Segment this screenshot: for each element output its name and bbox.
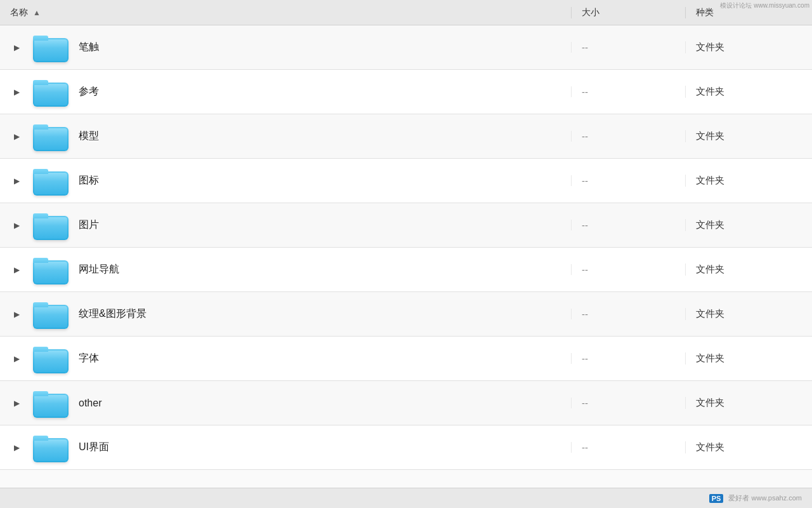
file-row-name: ▶ other — [0, 389, 571, 418]
file-row-name: ▶ 纹理&图形背景 — [0, 300, 571, 329]
header-name-col[interactable]: 名称 ▲ — [0, 7, 571, 18]
file-kind: 文件夹 — [685, 175, 812, 187]
file-size: -- — [571, 353, 685, 364]
file-size: -- — [571, 175, 685, 186]
folder-icon — [33, 77, 69, 107]
folder-icon — [33, 433, 69, 462]
file-kind: 文件夹 — [685, 130, 812, 142]
expand-arrow-icon[interactable]: ▶ — [10, 441, 23, 454]
table-row[interactable]: ▶ other -- 文件夹 — [0, 381, 812, 425]
file-kind: 文件夹 — [685, 219, 812, 231]
file-name: 模型 — [79, 130, 99, 143]
file-size: -- — [571, 398, 685, 408]
file-name: 图片 — [79, 218, 99, 232]
file-row-name: ▶ 图片 — [0, 211, 571, 240]
file-name: 图标 — [79, 174, 99, 187]
ps-site: 爱好者 www.psahz.com — [728, 493, 802, 503]
table-row[interactable]: ▶ 图标 -- 文件夹 — [0, 159, 812, 203]
header-name-label: 名称 — [10, 7, 28, 18]
expand-arrow-icon[interactable]: ▶ — [10, 397, 23, 410]
file-name: 参考 — [79, 85, 99, 98]
expand-arrow-icon[interactable]: ▶ — [10, 41, 23, 54]
header-row: 名称 ▲ 大小 种类 模设计论坛 www.missyuan.com — [0, 0, 812, 25]
file-size: -- — [571, 309, 685, 319]
file-size: -- — [571, 264, 685, 275]
folder-icon — [33, 255, 69, 284]
folder-icon — [33, 389, 69, 418]
folder-icon — [33, 344, 69, 373]
expand-arrow-icon[interactable]: ▶ — [10, 86, 23, 98]
file-kind: 文件夹 — [685, 41, 812, 53]
file-name: UI界面 — [79, 441, 109, 454]
file-size: -- — [571, 131, 685, 142]
expand-arrow-icon[interactable]: ▶ — [10, 175, 23, 187]
file-size: -- — [571, 86, 685, 97]
sort-icon: ▲ — [33, 8, 41, 17]
table-row[interactable]: ▶ 参考 -- 文件夹 — [0, 70, 812, 114]
folder-icon — [33, 166, 69, 196]
table-row[interactable]: ▶ 网址导航 -- 文件夹 — [0, 248, 812, 292]
header-kind-col[interactable]: 种类 — [685, 7, 812, 18]
file-row-name: ▶ UI界面 — [0, 433, 571, 462]
file-kind: 文件夹 — [685, 397, 812, 409]
ps-logo: PS — [709, 494, 724, 503]
folder-icon — [33, 211, 69, 240]
file-name: 字体 — [79, 352, 99, 365]
header-size-label: 大小 — [582, 7, 599, 17]
folder-icon — [33, 33, 69, 62]
folder-icon — [33, 300, 69, 329]
expand-arrow-icon[interactable]: ▶ — [10, 352, 23, 365]
table-row[interactable]: ▶ 笔触 -- 文件夹 — [0, 25, 812, 70]
file-row-name: ▶ 笔触 — [0, 33, 571, 62]
file-row-name: ▶ 参考 — [0, 77, 571, 107]
expand-arrow-icon[interactable]: ▶ — [10, 308, 23, 321]
file-row-name: ▶ 字体 — [0, 344, 571, 373]
file-row-name: ▶ 网址导航 — [0, 255, 571, 284]
file-name: 网址导航 — [79, 263, 119, 276]
bottom-logo: PS 爱好者 www.psahz.com — [709, 493, 802, 503]
file-size: -- — [571, 220, 685, 231]
table-row[interactable]: ▶ 字体 -- 文件夹 — [0, 337, 812, 381]
table-row[interactable]: ▶ 纹理&图形背景 -- 文件夹 — [0, 292, 812, 337]
file-kind: 文件夹 — [685, 308, 812, 320]
file-kind: 文件夹 — [685, 441, 812, 453]
folder-icon — [33, 122, 69, 151]
expand-arrow-icon[interactable]: ▶ — [10, 130, 23, 143]
expand-arrow-icon[interactable]: ▶ — [10, 219, 23, 232]
file-list: ▶ 笔触 -- 文件夹 ▶ 参考 -- 文件夹 ▶ — [0, 25, 812, 488]
header-size-col[interactable]: 大小 — [571, 7, 685, 18]
table-row[interactable]: ▶ UI界面 -- 文件夹 — [0, 425, 812, 470]
file-kind: 文件夹 — [685, 86, 812, 98]
expand-arrow-icon[interactable]: ▶ — [10, 264, 23, 276]
file-kind: 文件夹 — [685, 264, 812, 276]
bottom-bar: PS 爱好者 www.psahz.com — [0, 488, 812, 508]
file-size: -- — [571, 442, 685, 453]
file-row-name: ▶ 模型 — [0, 122, 571, 151]
file-row-name: ▶ 图标 — [0, 166, 571, 196]
file-name: 纹理&图形背景 — [79, 307, 147, 321]
header-kind-label: 种类 — [696, 7, 714, 17]
file-name: other — [79, 398, 102, 409]
file-size: -- — [571, 42, 685, 53]
table-row[interactable]: ▶ 图片 -- 文件夹 — [0, 203, 812, 248]
file-name: 笔触 — [79, 41, 99, 54]
file-manager: 名称 ▲ 大小 种类 模设计论坛 www.missyuan.com ▶ 笔触 -… — [0, 0, 812, 508]
file-kind: 文件夹 — [685, 352, 812, 364]
table-row[interactable]: ▶ 模型 -- 文件夹 — [0, 114, 812, 159]
